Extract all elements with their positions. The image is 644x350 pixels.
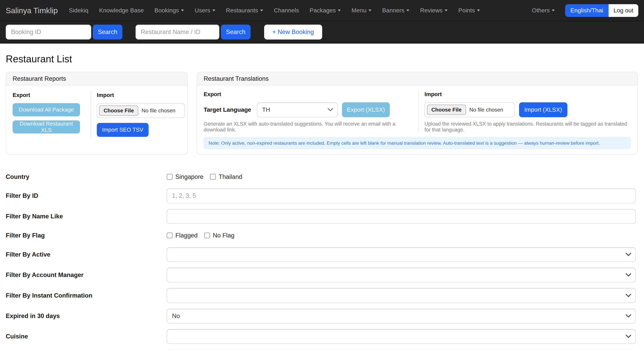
singapore-checkbox[interactable] (167, 174, 172, 179)
target-language-select[interactable]: TH (257, 102, 338, 117)
chevron-down-icon (477, 9, 480, 11)
nav-item-menu[interactable]: Menu (346, 0, 377, 21)
brand-link[interactable]: Salinya Timklip (6, 6, 58, 15)
chevron-down-icon (338, 9, 341, 11)
filter-by-active-select[interactable] (167, 247, 636, 262)
reports-import-column: Import Choose File No file chosen Import… (91, 90, 185, 138)
checkbox-label: Singapore (176, 173, 204, 180)
choose-file-button[interactable]: Choose File (99, 106, 138, 116)
nav-item-label: Bookings (154, 7, 179, 14)
target-language-label: Target Language (204, 106, 251, 113)
chevron-down-icon (552, 9, 555, 11)
import-help-text: Upload the reviewed XLSX to apply transl… (424, 121, 631, 133)
chevron-down-icon (212, 9, 215, 11)
download-restaurant-xls-button[interactable]: Download Restaurant XLS (12, 120, 80, 134)
import-xlsx-button[interactable]: Import (XLSX) (519, 102, 568, 117)
filter-by-id-input[interactable] (167, 188, 636, 203)
file-status-text: No file chosen (469, 107, 503, 113)
filter-row-instant-confirmation: Filter By Instant Confirmation (6, 288, 636, 303)
field-label: Filter By Instant Confirmation (6, 292, 167, 299)
import-seo-tsv-button[interactable]: Import SEO TSV (97, 123, 148, 137)
nav-item-reviews[interactable]: Reviews (415, 0, 453, 21)
target-language-row: Target Language TH Export (XLSX) (204, 102, 418, 117)
flag-checkbox-group: Flagged No Flag (167, 229, 636, 241)
filter-row-id: Filter By ID (6, 188, 636, 203)
field-label: Expired in 30 days (6, 313, 167, 320)
country-singapore-option[interactable]: Singapore (167, 173, 204, 180)
filter-row-cuisine: Cuisine (6, 329, 636, 344)
booking-search-button[interactable]: Search (93, 25, 122, 39)
nav-item-label: Others (532, 7, 550, 14)
filter-row-country: Country Singapore Thailand (6, 171, 636, 183)
country-checkbox-group: Singapore Thailand (167, 171, 636, 183)
nav-item-label: Sidekiq (69, 7, 88, 14)
nav-item-channels[interactable]: Channels (268, 0, 304, 21)
seo-file-input[interactable]: Choose File No file chosen (97, 103, 185, 118)
session-button-group: English/Thai Log out (565, 4, 638, 17)
page-title: Restaurant List (6, 53, 638, 64)
filter-row-flag: Filter By Flag Flagged No Flag (6, 229, 636, 241)
nav-item-label: Points (458, 7, 475, 14)
import-heading: Import (424, 91, 631, 97)
chevron-down-icon (406, 9, 410, 11)
filter-by-active-select-wrap (167, 247, 636, 262)
chevron-down-icon (444, 9, 448, 11)
translations-file-input[interactable]: Choose File No file chosen (424, 102, 515, 117)
chevron-down-icon (368, 9, 372, 11)
top-navbar: Salinya Timklip Sidekiq Knowledge Base B… (0, 0, 644, 43)
filter-row-account-manager: Filter By Account Manager (6, 268, 636, 282)
restaurant-translations-header: Restaurant Translations (197, 72, 638, 85)
nav-item-sidekiq[interactable]: Sidekiq (64, 0, 94, 21)
thailand-checkbox[interactable] (210, 174, 216, 179)
restaurant-search-input[interactable] (136, 25, 219, 39)
nav-item-restaurants[interactable]: Restaurants (221, 0, 268, 21)
booking-id-input[interactable] (6, 25, 91, 39)
restaurant-reports-header: Restaurant Reports (6, 72, 187, 85)
choose-file-button[interactable]: Choose File (427, 105, 466, 115)
filter-by-account-manager-select[interactable] (167, 268, 636, 282)
page: Salinya Timklip Sidekiq Knowledge Base B… (0, 0, 644, 350)
new-booking-button[interactable]: + New Booking (264, 25, 322, 39)
navbar-search-row: Search Search + New Booking (0, 21, 644, 43)
filter-by-name-input[interactable] (167, 209, 636, 224)
no-flag-option[interactable]: No Flag (204, 232, 234, 239)
nav-item-points[interactable]: Points (453, 0, 485, 21)
nav-item-others[interactable]: Others (526, 7, 560, 14)
file-status-text: No file chosen (142, 108, 176, 114)
nav-item-label: Packages (310, 7, 336, 14)
nav-links: Sidekiq Knowledge Base Bookings Users Re… (64, 0, 485, 21)
cuisine-select-wrap (167, 329, 636, 344)
restaurant-reports-body: Export Download All Package Download Res… (6, 85, 187, 144)
filter-row-active: Filter By Active (6, 247, 636, 262)
nav-item-label: Users (195, 7, 210, 14)
nav-item-label: Menu (352, 7, 366, 14)
restaurant-translations-panel: Restaurant Translations Export Target La… (197, 72, 638, 154)
filter-by-account-manager-select-wrap (167, 268, 636, 282)
language-toggle-button[interactable]: English/Thai (565, 4, 608, 17)
checkbox-label: Thailand (219, 173, 242, 180)
nav-item-knowledge-base[interactable]: Knowledge Base (94, 0, 149, 21)
flagged-option[interactable]: Flagged (167, 232, 198, 239)
country-thailand-option[interactable]: Thailand (210, 173, 242, 180)
download-all-package-button[interactable]: Download All Package (12, 103, 80, 116)
export-xlsx-button[interactable]: Export (XLSX) (342, 102, 390, 117)
nav-item-label: Channels (274, 7, 299, 14)
restaurant-search-button[interactable]: Search (221, 25, 250, 39)
filter-row-name-like: Filter By Name Like (6, 209, 636, 224)
nav-item-banners[interactable]: Banners (377, 0, 415, 21)
export-help-text: Generate an XLSX with auto-translated su… (204, 121, 418, 133)
import-heading: Import (97, 92, 185, 98)
navbar-right-group: Others English/Thai Log out (526, 4, 638, 17)
filter-by-instant-confirmation-select[interactable] (167, 288, 636, 303)
cuisine-select[interactable] (167, 329, 636, 344)
flagged-checkbox[interactable] (167, 233, 172, 238)
no-flag-checkbox[interactable] (204, 233, 210, 238)
nav-item-bookings[interactable]: Bookings (149, 0, 189, 21)
field-label: Filter By Account Manager (6, 271, 167, 279)
export-heading: Export (12, 92, 90, 98)
expired-in-30-days-select[interactable]: No (167, 309, 636, 323)
nav-item-users[interactable]: Users (189, 0, 221, 21)
nav-item-packages[interactable]: Packages (304, 0, 346, 21)
logout-button[interactable]: Log out (608, 4, 638, 17)
export-heading: Export (204, 91, 418, 97)
